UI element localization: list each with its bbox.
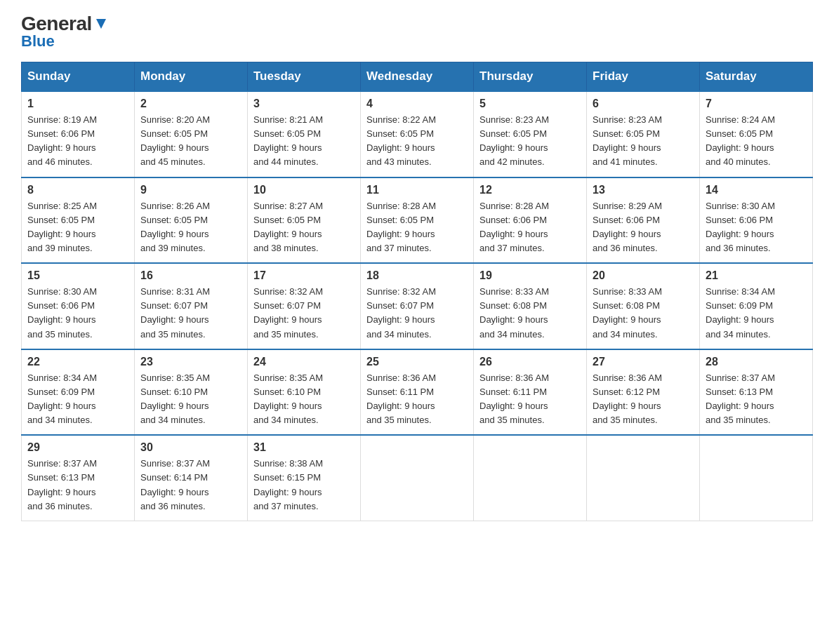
day-number: 23 (140, 356, 241, 368)
day-info: Sunrise: 8:33 AM Sunset: 6:08 PM Dayligh… (593, 285, 694, 342)
day-number: 14 (706, 184, 807, 196)
week-row-1: 1 Sunrise: 8:19 AM Sunset: 6:06 PM Dayli… (22, 91, 813, 177)
day-number: 28 (706, 356, 807, 368)
day-number: 24 (253, 356, 355, 368)
day-info: Sunrise: 8:36 AM Sunset: 6:11 PM Dayligh… (479, 371, 581, 428)
day-cell-21: 21 Sunrise: 8:34 AM Sunset: 6:09 PM Dayl… (700, 263, 813, 349)
day-cell-4: 4 Sunrise: 8:22 AM Sunset: 6:05 PM Dayli… (361, 91, 474, 177)
day-info: Sunrise: 8:27 AM Sunset: 6:05 PM Dayligh… (253, 199, 355, 256)
calendar-table: SundayMondayTuesdayWednesdayThursdayFrid… (21, 62, 813, 521)
day-info: Sunrise: 8:38 AM Sunset: 6:15 PM Dayligh… (253, 457, 355, 514)
day-number: 26 (479, 356, 581, 368)
day-cell-24: 24 Sunrise: 8:35 AM Sunset: 6:10 PM Dayl… (248, 349, 361, 436)
day-cell-31: 31 Sunrise: 8:38 AM Sunset: 6:15 PM Dayl… (248, 435, 361, 521)
day-number: 5 (479, 98, 581, 110)
day-info: Sunrise: 8:28 AM Sunset: 6:06 PM Dayligh… (479, 199, 581, 256)
day-cell-22: 22 Sunrise: 8:34 AM Sunset: 6:09 PM Dayl… (22, 349, 135, 436)
day-number: 10 (253, 184, 355, 196)
day-info: Sunrise: 8:30 AM Sunset: 6:06 PM Dayligh… (27, 285, 128, 342)
day-info: Sunrise: 8:20 AM Sunset: 6:05 PM Dayligh… (140, 113, 241, 170)
day-cell-23: 23 Sunrise: 8:35 AM Sunset: 6:10 PM Dayl… (135, 349, 248, 436)
day-info: Sunrise: 8:22 AM Sunset: 6:05 PM Dayligh… (366, 113, 468, 170)
day-number: 8 (27, 184, 128, 196)
weekday-header-monday: Monday (135, 62, 248, 92)
day-info: Sunrise: 8:34 AM Sunset: 6:09 PM Dayligh… (706, 285, 807, 342)
day-number: 16 (140, 269, 241, 282)
day-cell-26: 26 Sunrise: 8:36 AM Sunset: 6:11 PM Dayl… (474, 349, 587, 436)
day-info: Sunrise: 8:32 AM Sunset: 6:07 PM Dayligh… (253, 285, 355, 342)
day-cell-28: 28 Sunrise: 8:37 AM Sunset: 6:13 PM Dayl… (700, 349, 813, 436)
day-info: Sunrise: 8:24 AM Sunset: 6:05 PM Dayligh… (706, 113, 807, 170)
week-row-2: 8 Sunrise: 8:25 AM Sunset: 6:05 PM Dayli… (22, 177, 813, 264)
day-cell-3: 3 Sunrise: 8:21 AM Sunset: 6:05 PM Dayli… (248, 91, 361, 177)
day-info: Sunrise: 8:34 AM Sunset: 6:09 PM Dayligh… (27, 371, 128, 428)
day-info: Sunrise: 8:30 AM Sunset: 6:06 PM Dayligh… (706, 199, 807, 256)
day-cell-16: 16 Sunrise: 8:31 AM Sunset: 6:07 PM Dayl… (135, 263, 248, 349)
empty-cell (474, 435, 587, 521)
weekday-header-saturday: Saturday (700, 62, 813, 92)
weekday-header-wednesday: Wednesday (361, 62, 474, 92)
day-number: 6 (593, 98, 694, 110)
day-cell-9: 9 Sunrise: 8:26 AM Sunset: 6:05 PM Dayli… (135, 177, 248, 264)
day-cell-10: 10 Sunrise: 8:27 AM Sunset: 6:05 PM Dayl… (248, 177, 361, 264)
day-info: Sunrise: 8:33 AM Sunset: 6:08 PM Dayligh… (479, 285, 581, 342)
weekday-header-sunday: Sunday (22, 62, 135, 92)
day-number: 19 (479, 269, 581, 282)
day-cell-18: 18 Sunrise: 8:32 AM Sunset: 6:07 PM Dayl… (361, 263, 474, 349)
day-info: Sunrise: 8:26 AM Sunset: 6:05 PM Dayligh… (140, 199, 241, 256)
day-number: 3 (253, 98, 355, 110)
day-number: 15 (27, 269, 128, 282)
day-cell-11: 11 Sunrise: 8:28 AM Sunset: 6:05 PM Dayl… (361, 177, 474, 264)
week-row-4: 22 Sunrise: 8:34 AM Sunset: 6:09 PM Dayl… (22, 349, 813, 436)
day-number: 2 (140, 98, 241, 110)
day-info: Sunrise: 8:32 AM Sunset: 6:07 PM Dayligh… (366, 285, 468, 342)
day-number: 9 (140, 184, 241, 196)
logo-general-text: General (21, 14, 92, 34)
week-row-3: 15 Sunrise: 8:30 AM Sunset: 6:06 PM Dayl… (22, 263, 813, 349)
day-number: 31 (253, 441, 355, 454)
day-cell-2: 2 Sunrise: 8:20 AM Sunset: 6:05 PM Dayli… (135, 91, 248, 177)
day-info: Sunrise: 8:37 AM Sunset: 6:14 PM Dayligh… (140, 457, 241, 514)
day-number: 11 (366, 184, 468, 196)
day-number: 22 (27, 356, 128, 368)
day-number: 7 (706, 98, 807, 110)
weekday-header-friday: Friday (587, 62, 700, 92)
day-cell-5: 5 Sunrise: 8:23 AM Sunset: 6:05 PM Dayli… (474, 91, 587, 177)
day-cell-1: 1 Sunrise: 8:19 AM Sunset: 6:06 PM Dayli… (22, 91, 135, 177)
day-info: Sunrise: 8:21 AM Sunset: 6:05 PM Dayligh… (253, 113, 355, 170)
page-header: General Blue (21, 14, 813, 49)
day-number: 18 (366, 269, 468, 282)
svg-marker-0 (96, 19, 106, 29)
day-cell-12: 12 Sunrise: 8:28 AM Sunset: 6:06 PM Dayl… (474, 177, 587, 264)
day-cell-8: 8 Sunrise: 8:25 AM Sunset: 6:05 PM Dayli… (22, 177, 135, 264)
logo-blue-text: Blue (21, 34, 55, 49)
day-cell-17: 17 Sunrise: 8:32 AM Sunset: 6:07 PM Dayl… (248, 263, 361, 349)
day-number: 29 (27, 441, 128, 454)
day-info: Sunrise: 8:19 AM Sunset: 6:06 PM Dayligh… (27, 113, 128, 170)
day-info: Sunrise: 8:37 AM Sunset: 6:13 PM Dayligh… (706, 371, 807, 428)
day-number: 13 (593, 184, 694, 196)
day-cell-30: 30 Sunrise: 8:37 AM Sunset: 6:14 PM Dayl… (135, 435, 248, 521)
day-info: Sunrise: 8:36 AM Sunset: 6:12 PM Dayligh… (593, 371, 694, 428)
day-cell-19: 19 Sunrise: 8:33 AM Sunset: 6:08 PM Dayl… (474, 263, 587, 349)
empty-cell (700, 435, 813, 521)
day-info: Sunrise: 8:29 AM Sunset: 6:06 PM Dayligh… (593, 199, 694, 256)
day-cell-15: 15 Sunrise: 8:30 AM Sunset: 6:06 PM Dayl… (22, 263, 135, 349)
day-info: Sunrise: 8:35 AM Sunset: 6:10 PM Dayligh… (140, 371, 241, 428)
day-number: 21 (706, 269, 807, 282)
day-info: Sunrise: 8:25 AM Sunset: 6:05 PM Dayligh… (27, 199, 128, 256)
day-info: Sunrise: 8:28 AM Sunset: 6:05 PM Dayligh… (366, 199, 468, 256)
day-number: 17 (253, 269, 355, 282)
day-cell-7: 7 Sunrise: 8:24 AM Sunset: 6:05 PM Dayli… (700, 91, 813, 177)
day-info: Sunrise: 8:36 AM Sunset: 6:11 PM Dayligh… (366, 371, 468, 428)
day-number: 25 (366, 356, 468, 368)
day-info: Sunrise: 8:23 AM Sunset: 6:05 PM Dayligh… (593, 113, 694, 170)
weekday-header-tuesday: Tuesday (248, 62, 361, 92)
day-cell-6: 6 Sunrise: 8:23 AM Sunset: 6:05 PM Dayli… (587, 91, 700, 177)
day-number: 4 (366, 98, 468, 110)
day-cell-25: 25 Sunrise: 8:36 AM Sunset: 6:11 PM Dayl… (361, 349, 474, 436)
day-number: 12 (479, 184, 581, 196)
empty-cell (361, 435, 474, 521)
day-info: Sunrise: 8:35 AM Sunset: 6:10 PM Dayligh… (253, 371, 355, 428)
day-number: 27 (593, 356, 694, 368)
